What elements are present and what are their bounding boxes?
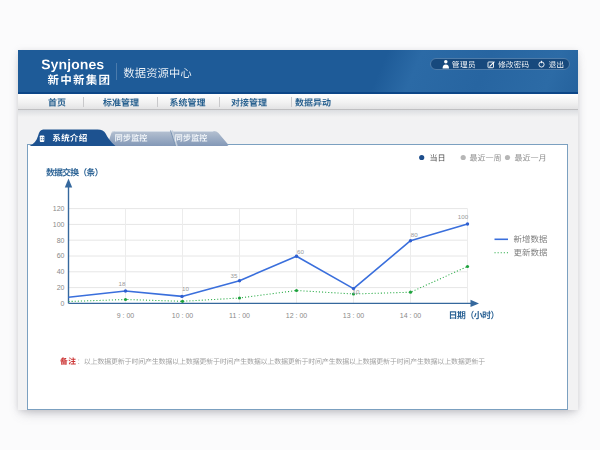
svg-text:80: 80 <box>411 231 418 238</box>
svg-text:11 : 00: 11 : 00 <box>229 312 250 319</box>
svg-text:12 : 00: 12 : 00 <box>286 312 308 319</box>
svg-text:14 : 00: 14 : 00 <box>400 312 422 319</box>
svg-text:40: 40 <box>57 268 65 275</box>
svg-text:35: 35 <box>231 272 238 279</box>
svg-text:60: 60 <box>297 248 304 255</box>
svg-text:13 : 00: 13 : 00 <box>343 312 365 319</box>
svg-text:100: 100 <box>458 213 469 220</box>
svg-text:100: 100 <box>53 221 65 228</box>
svg-text:60: 60 <box>57 252 65 259</box>
svg-text:10: 10 <box>182 285 189 292</box>
svg-text:18: 18 <box>119 280 126 287</box>
svg-text:10: 10 <box>353 288 360 295</box>
svg-text:80: 80 <box>57 237 65 244</box>
svg-text:0: 0 <box>61 300 65 307</box>
svg-text:9 : 00: 9 : 00 <box>117 312 135 319</box>
svg-text:20: 20 <box>57 284 65 291</box>
svg-text:120: 120 <box>53 205 65 212</box>
svg-text:10 : 00: 10 : 00 <box>172 312 194 319</box>
